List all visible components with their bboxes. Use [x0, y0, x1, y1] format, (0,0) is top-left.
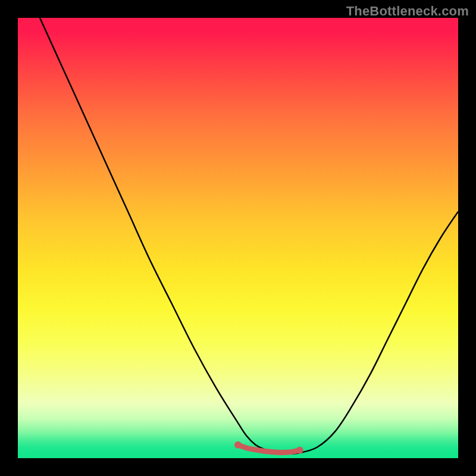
chart-svg	[18, 18, 458, 458]
flat-region-highlight	[238, 445, 300, 453]
flat-region-left-dot	[234, 441, 242, 449]
plot-area	[18, 18, 458, 458]
main-curve	[40, 18, 458, 454]
flat-region-right-dot	[296, 447, 303, 454]
watermark-text: TheBottleneck.com	[346, 4, 469, 19]
